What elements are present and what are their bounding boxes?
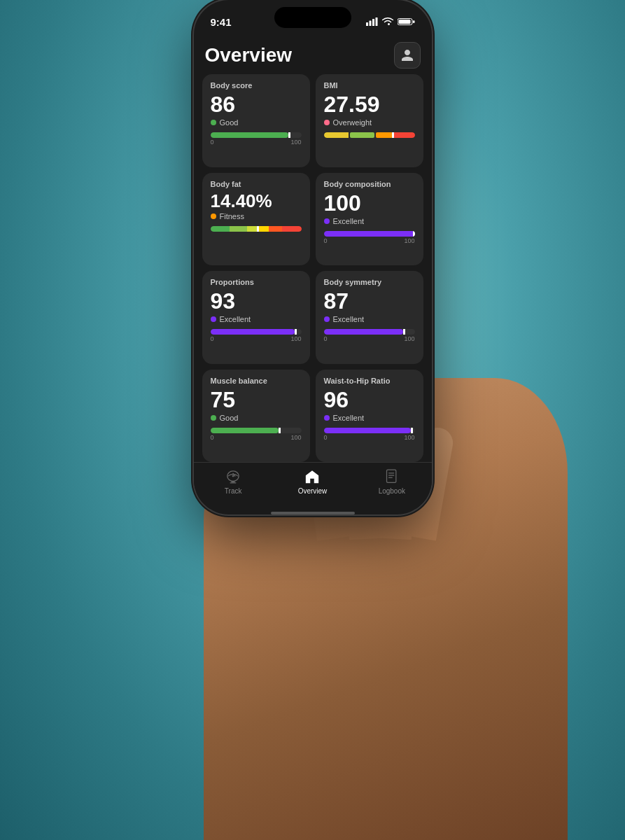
svg-rect-8 (231, 481, 234, 482)
card-muscle-balance-value: 75 (211, 388, 302, 412)
bar-bmi (324, 132, 415, 138)
card-body-symmetry-title: Body symmetry (324, 278, 415, 286)
svg-rect-14 (388, 475, 394, 476)
card-muscle-balance[interactable]: Muscle balance 75 Good (202, 370, 310, 463)
scene: 9:41 (0, 0, 625, 840)
bar-muscle-balance (211, 428, 302, 433)
bar-body-fat (211, 226, 302, 232)
card-body-fat[interactable]: Body fat 14.40% Fitness (202, 173, 310, 266)
card-muscle-balance-status: Good (211, 414, 302, 422)
card-bmi-value: 27.59 (324, 92, 415, 117)
card-bmi-status: Overweight (324, 118, 415, 127)
status-dot-excellent-bs (324, 316, 330, 322)
card-body-score-status: Good (211, 118, 302, 127)
status-dot-excellent-bc (324, 218, 330, 224)
home-indicator (271, 512, 355, 514)
card-body-composition-status: Excellent (324, 217, 415, 225)
bar-labels-bc: 0 100 (324, 237, 415, 244)
card-proportions[interactable]: Proportions 93 Excellent (202, 271, 310, 364)
status-icons (366, 18, 415, 26)
cards-grid: Body score 86 Good (194, 74, 432, 462)
card-waist-hip-status: Excellent (324, 414, 415, 422)
bar-labels-sym: 0 100 (324, 335, 415, 342)
bar-body-composition (324, 231, 415, 237)
svg-rect-0 (366, 22, 368, 26)
book-icon (385, 469, 399, 484)
card-body-composition-title: Body composition (324, 180, 415, 188)
card-proportions-status: Excellent (211, 315, 302, 323)
status-label-excellent-wh: Excellent (333, 414, 365, 422)
svg-rect-2 (372, 19, 374, 26)
status-dot-good (211, 120, 216, 125)
nav-label-track: Track (225, 487, 242, 495)
nav-item-logbook[interactable]: Logbook (352, 468, 431, 495)
card-bmi-title: BMI (324, 81, 415, 90)
card-body-composition-value: 100 (324, 191, 415, 216)
home-icon (304, 469, 320, 484)
status-dot-overweight (324, 120, 330, 125)
card-body-symmetry-status: Excellent (324, 315, 415, 323)
card-waist-hip-title: Waist-to-Hip Ratio (324, 377, 415, 385)
bar-body-symmetry (324, 329, 415, 335)
bar-labels-prop: 0 100 (211, 335, 302, 342)
bar-waist-hip (324, 428, 415, 433)
status-time: 9:41 (211, 16, 232, 28)
card-body-score-title: Body score (211, 81, 302, 90)
svg-rect-6 (413, 20, 415, 23)
nav-icon-logbook (384, 468, 400, 485)
card-body-score-value: 86 (211, 92, 302, 117)
status-dot-excellent-p (211, 316, 216, 322)
bar-labels-body-score: 0 100 (211, 139, 302, 146)
card-body-composition[interactable]: Body composition 100 Excellent (316, 173, 423, 266)
status-label-good: Good (220, 118, 239, 127)
nav-label-overview: Overview (298, 487, 328, 495)
status-label-good-mb: Good (220, 414, 239, 422)
svg-rect-13 (388, 472, 394, 473)
phone-frame: 9:41 (194, 42, 432, 514)
card-body-symmetry-value: 87 (324, 289, 415, 314)
bar-labels-wh: 0 100 (324, 434, 415, 441)
card-muscle-balance-title: Muscle balance (211, 377, 302, 385)
nav-icon-overview (304, 468, 321, 485)
signal-icon (366, 18, 378, 26)
status-label-overweight: Overweight (333, 118, 372, 127)
card-proportions-title: Proportions (211, 278, 302, 286)
card-waist-hip[interactable]: Waist-to-Hip Ratio 96 Excellent (316, 370, 423, 463)
svg-rect-3 (375, 18, 377, 26)
status-dot-good-mb (211, 415, 216, 421)
dynamic-island (274, 7, 351, 28)
nav-item-track[interactable]: Track (194, 468, 273, 495)
nav-icon-track (225, 468, 241, 485)
nav-item-overview[interactable]: Overview (273, 468, 352, 495)
svg-rect-9 (230, 482, 237, 483)
status-label-fitness: Fitness (220, 212, 244, 220)
bottom-nav: Track Overview (194, 462, 432, 509)
scale-icon (225, 470, 241, 484)
card-bmi[interactable]: BMI 27.59 Overweight (316, 74, 423, 167)
app-title: Overview (205, 44, 293, 66)
app-header: Overview (194, 35, 432, 74)
card-body-fat-value: 14.40% (211, 191, 302, 211)
bar-labels-mb: 0 100 (211, 434, 302, 441)
status-label-excellent-p: Excellent (220, 315, 251, 323)
phone-screen: Overview Body score 86 (194, 35, 432, 514)
svg-rect-5 (398, 20, 410, 24)
status-dot-excellent-wh (324, 415, 330, 421)
status-label-excellent-bc: Excellent (333, 217, 365, 225)
card-body-symmetry[interactable]: Body symmetry 87 Excellent (316, 271, 423, 364)
card-body-score[interactable]: Body score 86 Good (202, 74, 310, 167)
bar-proportions (211, 329, 302, 335)
card-proportions-value: 93 (211, 289, 302, 314)
svg-point-11 (232, 475, 234, 477)
card-body-fat-status: Fitness (211, 212, 302, 220)
card-body-fat-title: Body fat (211, 180, 302, 188)
avatar-button[interactable] (394, 42, 421, 69)
svg-rect-15 (388, 477, 393, 478)
status-dot-fitness (211, 214, 216, 219)
battery-icon (398, 18, 415, 26)
svg-rect-1 (369, 21, 371, 27)
status-label-excellent-bs: Excellent (333, 315, 365, 323)
card-waist-hip-value: 96 (324, 388, 415, 412)
person-icon (400, 48, 414, 62)
nav-label-logbook: Logbook (379, 487, 405, 495)
